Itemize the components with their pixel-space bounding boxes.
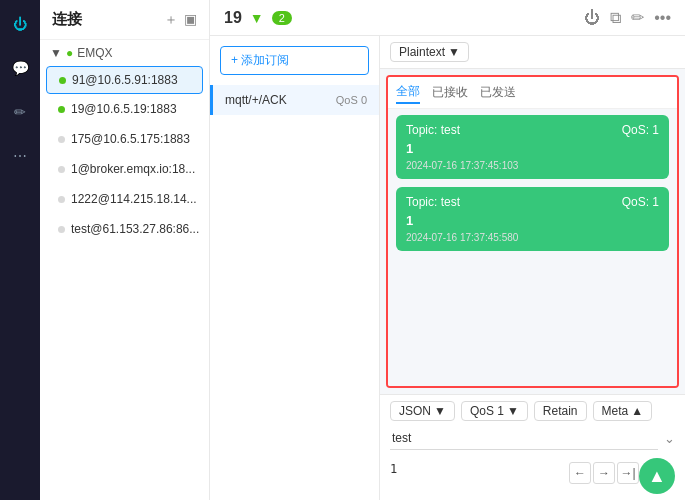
topic-name: mqtt/+/ACK [225, 93, 287, 107]
send-button[interactable]: ▲ [639, 458, 675, 494]
group-header[interactable]: ▼ ● EMQX [40, 40, 209, 66]
messages-panel: Plaintext ▼ 全部 已接收 已发送 Topic: testQoS: 1… [380, 36, 685, 500]
tab-sent[interactable]: 已发送 [480, 82, 516, 103]
conn-count: 19 [224, 9, 242, 27]
payload-input[interactable]: 1 [390, 462, 563, 486]
message-card: Topic: testQoS: 112024-07-16 17:37:45:10… [396, 115, 669, 179]
icon-sidebar: ⏻ 💬 ✏ ⋯ [0, 0, 40, 500]
meta-expand-icon: ▲ [631, 404, 643, 418]
message-card-header: Topic: testQoS: 1 [406, 195, 659, 209]
status-dot [58, 196, 65, 203]
connection-item[interactable]: 175@10.6.5.175:1883 [40, 124, 209, 154]
connection-label: 1222@114.215.18.14... [71, 192, 197, 206]
connection-label: 175@10.6.5.175:1883 [71, 132, 190, 146]
connection-label: test@61.153.27.86:86... [71, 222, 199, 236]
qos-label: QoS 1 [470, 404, 504, 418]
connection-label: 19@10.6.5.19:1883 [71, 102, 177, 116]
topbar-actions: ⏻ ⧉ ✏ ••• [584, 8, 671, 27]
group-dot-icon: ● [66, 46, 73, 60]
message-card-header: Topic: testQoS: 1 [406, 123, 659, 137]
qos-chevron-icon: ▼ [507, 404, 519, 418]
status-dot [58, 136, 65, 143]
tab-received[interactable]: 已接收 [432, 82, 468, 103]
status-dot [58, 106, 65, 113]
connection-panel: 连接 ＋ ▣ ▼ ● EMQX 91@10.6.5.91:188319@10.6… [40, 0, 210, 500]
conn-badge: 2 [272, 11, 292, 25]
middle-area: + 添加订阅 mqtt/+/ACKQoS 0 Plaintext ▼ 全部 已接… [210, 36, 685, 500]
group-arrow-icon: ▼ [50, 46, 62, 60]
plaintext-select[interactable]: Plaintext ▼ [390, 42, 469, 62]
connection-panel-header: 连接 ＋ ▣ [40, 0, 209, 40]
plaintext-label: Plaintext [399, 45, 445, 59]
message-body: 1 [406, 213, 659, 228]
panel-title: 连接 [52, 10, 82, 29]
connection-item[interactable]: test@61.153.27.86:86... [40, 214, 209, 244]
message-topic: Topic: test [406, 195, 460, 209]
retain-button[interactable]: Retain [534, 401, 587, 421]
status-dot [58, 166, 65, 173]
message-qos: QoS: 1 [622, 195, 659, 209]
format-label: JSON [399, 404, 431, 418]
connection-item[interactable]: 1222@114.215.18.14... [40, 184, 209, 214]
publish-toolbar: JSON ▼ QoS 1 ▼ Retain Meta ▲ [390, 401, 675, 421]
topbar-copy-icon[interactable]: ⧉ [610, 8, 621, 27]
power-icon[interactable]: ⏻ [6, 10, 34, 38]
status-dot [59, 77, 66, 84]
nav-buttons: ← → →| [569, 462, 639, 484]
payload-row: 1 ← → →| [390, 462, 639, 486]
connection-list: 91@10.6.5.91:188319@10.6.5.19:1883175@10… [40, 66, 209, 244]
message-list: Topic: testQoS: 112024-07-16 17:37:45:10… [388, 109, 677, 386]
message-timestamp: 2024-07-16 17:37:45:103 [406, 160, 659, 171]
message-qos: QoS: 1 [622, 123, 659, 137]
nav-next-button[interactable]: → [593, 462, 615, 484]
connection-label: 1@broker.emqx.io:18... [71, 162, 195, 176]
message-tabs: 全部 已接收 已发送 [388, 77, 677, 109]
format-select[interactable]: JSON ▼ [390, 401, 455, 421]
publish-area: JSON ▼ QoS 1 ▼ Retain Meta ▲ ⌄ [380, 394, 685, 500]
status-dot [58, 226, 65, 233]
layout-icon[interactable]: ▣ [184, 11, 197, 29]
connection-item[interactable]: 91@10.6.5.91:1883 [46, 66, 203, 94]
chevron-down-icon[interactable]: ▼ [250, 10, 264, 26]
more-icon[interactable]: ⋯ [6, 142, 34, 170]
messages-area: 全部 已接收 已发送 Topic: testQoS: 112024-07-16 … [386, 75, 679, 388]
subscribe-panel: + 添加订阅 mqtt/+/ACKQoS 0 [210, 36, 380, 500]
connection-label: 91@10.6.5.91:1883 [72, 73, 178, 87]
nav-end-button[interactable]: →| [617, 462, 639, 484]
publish-bottom-row: 1 ← → →| ▲ [390, 454, 675, 494]
topic-input[interactable] [390, 427, 658, 450]
nav-prev-button[interactable]: ← [569, 462, 591, 484]
expand-icon[interactable]: ⌄ [664, 431, 675, 446]
message-body: 1 [406, 141, 659, 156]
meta-label: Meta [602, 404, 629, 418]
format-chevron-icon: ▼ [434, 404, 446, 418]
add-subscribe-button[interactable]: + 添加订阅 [220, 46, 369, 75]
topbar-edit-icon[interactable]: ✏ [631, 8, 644, 27]
topbar-more-icon[interactable]: ••• [654, 8, 671, 27]
topic-item[interactable]: mqtt/+/ACKQoS 0 [210, 85, 379, 115]
group-name: EMQX [77, 46, 112, 60]
topic-input-row: ⌄ [390, 427, 675, 450]
topic-list: mqtt/+/ACKQoS 0 [210, 85, 379, 115]
connection-item[interactable]: 19@10.6.5.19:1883 [40, 94, 209, 124]
messages-toolbar: Plaintext ▼ [380, 36, 685, 69]
main-content: 19 ▼ 2 ⏻ ⧉ ✏ ••• + 添加订阅 mqtt/+/ACKQoS 0 … [210, 0, 685, 500]
plaintext-chevron-icon: ▼ [448, 45, 460, 59]
meta-button[interactable]: Meta ▲ [593, 401, 653, 421]
chat-icon[interactable]: 💬 [6, 54, 34, 82]
topic-qos: QoS 0 [336, 94, 367, 106]
panel-actions: ＋ ▣ [164, 11, 197, 29]
message-card: Topic: testQoS: 112024-07-16 17:37:45:58… [396, 187, 669, 251]
connection-item[interactable]: 1@broker.emqx.io:18... [40, 154, 209, 184]
main-topbar: 19 ▼ 2 ⏻ ⧉ ✏ ••• [210, 0, 685, 36]
message-topic: Topic: test [406, 123, 460, 137]
topbar-power-icon[interactable]: ⏻ [584, 8, 600, 27]
message-timestamp: 2024-07-16 17:37:45:580 [406, 232, 659, 243]
qos-select[interactable]: QoS 1 ▼ [461, 401, 528, 421]
tab-all[interactable]: 全部 [396, 81, 420, 104]
edit-icon[interactable]: ✏ [6, 98, 34, 126]
add-connection-icon[interactable]: ＋ [164, 11, 178, 29]
